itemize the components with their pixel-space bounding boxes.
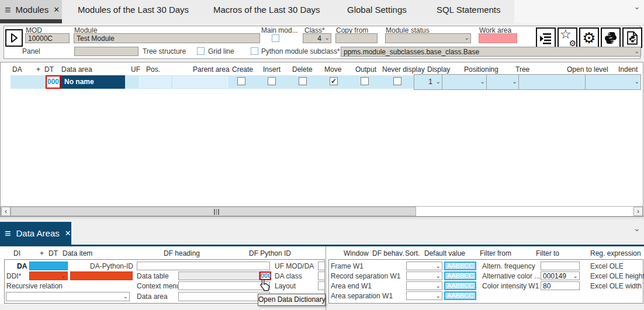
frame-w1-color-field[interactable]: AABBCC <box>444 262 476 270</box>
col-move: Move <box>324 65 341 74</box>
recursive-relation-select[interactable]: ⌄ <box>6 292 130 301</box>
record-separation-w1-select[interactable]: ⌄ <box>406 271 442 280</box>
positioning-select[interactable]: ⌄ <box>442 74 487 90</box>
ddi-select[interactable]: ⌄ <box>29 271 68 280</box>
area-separation-w1-color-field[interactable]: AABBCC <box>444 291 476 300</box>
col-da: DA <box>12 65 22 74</box>
grid-line-checkbox[interactable] <box>197 47 205 55</box>
tab-global-settings[interactable]: Global Settings <box>347 0 407 19</box>
close-icon[interactable]: ✕ <box>65 229 71 238</box>
tree-select[interactable]: ⌄ <box>486 74 519 90</box>
col-dt: DT <box>44 65 54 74</box>
python-subclass-select[interactable]: ppms.module_subclasses.base_class.Base ⌄ <box>341 47 641 57</box>
data-table-field[interactable] <box>178 271 259 280</box>
hand-cursor-icon <box>260 278 270 291</box>
frame-w1-label: Frame W1 <box>331 262 363 270</box>
data-area-label: Data area <box>137 292 168 301</box>
create-checkbox[interactable] <box>237 77 245 85</box>
chevron-down-icon: ⌄ <box>465 34 469 41</box>
chevron-down-icon[interactable]: ⌄ <box>633 224 640 233</box>
uf-mod-da-field[interactable] <box>318 262 325 270</box>
alternative-color-select[interactable]: 000149 ⌄ <box>541 271 580 280</box>
layout-field[interactable] <box>318 281 325 290</box>
frame-w1-select[interactable]: ⌄ <box>406 262 442 270</box>
main-mod-checkbox[interactable] <box>272 34 279 42</box>
python-icon <box>604 31 618 45</box>
tab-sql-statements[interactable]: SQL Statements <box>437 0 501 19</box>
class-value: 4 <box>317 34 321 43</box>
chevron-down-icon: ⌄ <box>436 282 441 290</box>
excel-ole-width-label: Excel OLE width <box>590 282 642 290</box>
altern-frequency-label: Altern. frequency <box>482 262 535 270</box>
recursive-relation-label: Recursive relation <box>6 282 63 290</box>
top-tab-bar: ≡ Modules ✕ Modules of the Last 30 Days … <box>0 0 644 23</box>
row-pos-cell[interactable] <box>139 76 171 88</box>
class-select[interactable]: 4 ⌄ <box>303 33 331 43</box>
col-positioning: Positioning <box>464 65 498 74</box>
delete-checkbox[interactable] <box>299 77 307 85</box>
close-icon[interactable]: ✕ <box>53 5 60 14</box>
hamburger-icon[interactable]: ≡ <box>5 5 11 15</box>
work-area-field[interactable] <box>479 33 517 43</box>
python-file-button[interactable] <box>622 27 642 48</box>
row-parent-area-cell[interactable] <box>173 76 228 88</box>
da-python-id-field[interactable] <box>137 262 270 270</box>
copy-from-field[interactable] <box>335 33 378 43</box>
tab-data-areas[interactable]: ≡ Data Areas ✕ <box>0 222 71 245</box>
star-gear-button[interactable]: ☆ ⚙ <box>558 27 577 48</box>
indent-select[interactable]: ⌄ <box>585 74 641 90</box>
mod-field[interactable]: 10000C <box>25 33 70 43</box>
area-separation-w1-label: Area separation W1 <box>331 292 393 300</box>
run-list-button[interactable] <box>536 27 556 48</box>
area-end-w1-select[interactable]: ⌄ <box>406 281 442 290</box>
altern-frequency-field[interactable] <box>541 262 580 270</box>
display-select[interactable]: 1 ⌄ <box>414 74 442 90</box>
layout-label: Layout <box>275 282 296 290</box>
da-class-label: DA class <box>275 272 302 280</box>
row-dt-value[interactable]: 000 <box>46 75 61 89</box>
open-to-level-field[interactable] <box>518 74 586 90</box>
module-field[interactable]: Test Module <box>74 33 260 43</box>
python-subclass-checkbox[interactable] <box>251 47 258 55</box>
tab-modules-last-30-days[interactable]: Modules of the Last 30 Days <box>78 0 189 19</box>
active-tab-underline <box>0 19 62 23</box>
move-checkbox[interactable]: ✓ <box>330 77 338 85</box>
context-menu-field[interactable] <box>178 281 270 290</box>
col-dt: DT <box>49 249 58 257</box>
scroll-right-button[interactable]: › <box>633 207 643 216</box>
col-indent: Indent <box>618 65 638 74</box>
alternative-color-value: 000149 <box>543 272 566 280</box>
grip-icon <box>214 209 221 215</box>
record-separation-w1-color-field[interactable]: AABBCC <box>444 271 476 280</box>
run-module-button[interactable] <box>5 29 23 47</box>
uf-mod-da-label: UF MOD/DA <box>275 262 314 270</box>
area-separation-w1-select[interactable]: ⌄ <box>406 291 442 300</box>
color-intensity-w1-field[interactable]: 80 <box>541 281 580 290</box>
scroll-right-icon: › <box>637 207 639 215</box>
insert-checkbox[interactable] <box>268 77 276 85</box>
chevron-down-icon[interactable]: ⌄ <box>633 2 640 11</box>
scroll-left-button[interactable]: ‹ <box>1 207 11 216</box>
hamburger-icon[interactable]: ≡ <box>5 228 11 239</box>
tab-macros-last-30-days[interactable]: Macros of the Last 30 Days <box>213 0 320 19</box>
col-plus[interactable]: + <box>36 65 40 74</box>
python-button[interactable] <box>601 27 621 48</box>
area-end-w1-color-field[interactable]: AABBCC <box>444 281 476 290</box>
ddi-color-field[interactable] <box>70 271 133 280</box>
panel-field[interactable] <box>74 47 139 56</box>
col-filter-to: Filter to <box>536 249 559 257</box>
scrollbar-thumb[interactable] <box>11 207 416 216</box>
row-data-area-name[interactable]: No name <box>61 75 125 89</box>
col-plus[interactable]: + <box>40 249 44 257</box>
output-checkbox[interactable] <box>361 77 369 85</box>
da-python-id-label: DA-Python-ID <box>90 262 133 270</box>
chevron-down-icon: ⌄ <box>325 34 330 41</box>
settings-button[interactable]: ⚙ <box>579 27 599 48</box>
chevron-down-icon: ⌄ <box>436 272 441 280</box>
module-status-select[interactable]: ⌄ <box>385 33 471 43</box>
data-area-field[interactable] <box>178 292 270 301</box>
never-display-checkbox[interactable] <box>393 77 401 85</box>
tab-modules[interactable]: ≡ Modules ✕ <box>0 0 62 19</box>
da-class-field[interactable] <box>318 271 325 280</box>
da-color-field[interactable] <box>29 262 68 270</box>
